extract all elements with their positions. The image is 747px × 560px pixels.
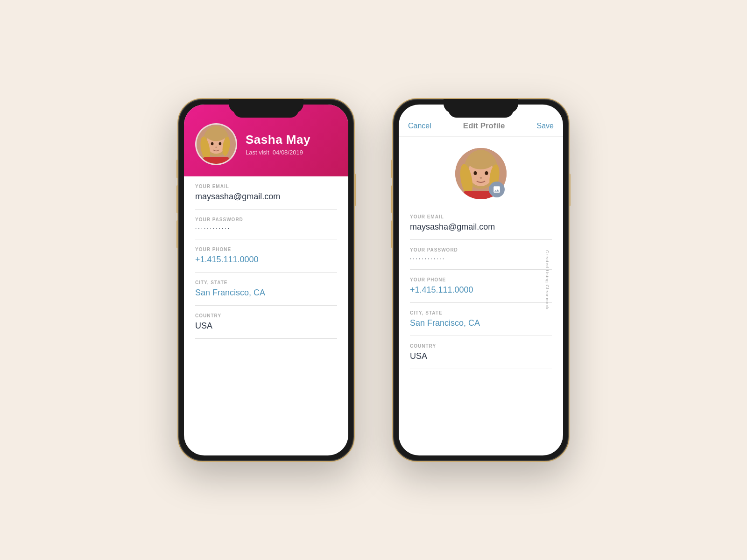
power-button-2 xyxy=(569,174,571,206)
save-button[interactable]: Save xyxy=(537,122,554,130)
avatar xyxy=(195,123,237,165)
edit-password-value[interactable]: ············ xyxy=(410,255,552,262)
cancel-button[interactable]: Cancel xyxy=(408,122,431,130)
phone-2-screen: Cancel Edit Profile Save xyxy=(399,105,563,455)
password-label: YOUR PASSWORD xyxy=(195,217,337,222)
password-field-group: YOUR PASSWORD ············ xyxy=(195,210,337,239)
edit-country-label: COUNTRY xyxy=(410,343,552,349)
edit-country-group: COUNTRY USA xyxy=(410,336,552,369)
edit-password-label: YOUR PASSWORD xyxy=(410,247,552,252)
profile-fields: YOUR EMAIL maysasha@gmail.com YOUR PASSW… xyxy=(184,176,348,339)
edit-password-group: YOUR PASSWORD ············ xyxy=(410,240,552,270)
edit-country-value[interactable]: USA xyxy=(410,351,552,361)
edit-phone-label: YOUR PHONE xyxy=(410,277,552,282)
mute-button-2 xyxy=(391,160,393,178)
email-field-group: YOUR EMAIL maysasha@gmail.com xyxy=(195,176,337,210)
city-value: San Francisco, CA xyxy=(195,288,337,298)
change-photo-button[interactable] xyxy=(489,182,505,197)
svg-point-5 xyxy=(206,127,227,141)
edit-avatar-section xyxy=(399,137,563,207)
vol-up-button-2 xyxy=(391,185,393,213)
city-field-group: CITY, STATE San Francisco, CA xyxy=(195,273,337,306)
svg-point-8 xyxy=(219,142,222,146)
edit-profile-title: Edit Profile xyxy=(463,121,505,131)
watermark: Created Using Cleanmock xyxy=(545,250,550,310)
edit-phone-group: YOUR PHONE +1.415.111.0000 xyxy=(410,270,552,303)
svg-point-17 xyxy=(474,171,477,175)
edit-email-group: YOUR EMAIL maysasha@gmail.com xyxy=(410,207,552,240)
svg-point-15 xyxy=(467,152,494,169)
phone-field-group: YOUR PHONE +1.415.111.0000 xyxy=(195,239,337,273)
phone-2: Cancel Edit Profile Save xyxy=(392,98,570,462)
edit-fields: YOUR EMAIL maysasha@gmail.com YOUR PASSW… xyxy=(399,207,563,369)
phone-value: +1.415.111.0000 xyxy=(195,255,337,265)
edit-phone-value[interactable]: +1.415.111.0000 xyxy=(410,285,552,295)
svg-rect-6 xyxy=(203,157,229,164)
email-label: YOUR EMAIL xyxy=(195,184,337,189)
phone-1-screen: Sasha May Last visit 04/08/2019 YOUR EMA… xyxy=(184,105,348,455)
profile-last-visit: Last visit 04/08/2019 xyxy=(246,149,310,156)
svg-point-7 xyxy=(211,142,214,146)
email-value: maysasha@gmail.com xyxy=(195,192,337,202)
power-button xyxy=(354,174,356,206)
vol-up-button xyxy=(176,185,178,213)
vol-down-button xyxy=(176,220,178,248)
notch-1 xyxy=(233,105,299,118)
edit-city-value[interactable]: San Francisco, CA xyxy=(410,318,552,328)
svg-point-19 xyxy=(480,177,482,179)
country-value: USA xyxy=(195,321,337,331)
edit-email-label: YOUR EMAIL xyxy=(410,214,552,219)
vol-down-button-2 xyxy=(391,220,393,248)
edit-city-group: CITY, STATE San Francisco, CA xyxy=(410,303,552,336)
country-label: COUNTRY xyxy=(195,313,337,318)
svg-point-18 xyxy=(485,171,488,175)
edit-city-label: CITY, STATE xyxy=(410,310,552,315)
profile-info: Sasha May Last visit 04/08/2019 xyxy=(246,133,310,156)
password-value: ············ xyxy=(195,225,337,231)
edit-avatar-wrap[interactable] xyxy=(455,148,507,199)
city-label: CITY, STATE xyxy=(195,280,337,285)
phone-label: YOUR PHONE xyxy=(195,247,337,252)
edit-email-value[interactable]: maysasha@gmail.com xyxy=(410,222,552,232)
phone-1: Sasha May Last visit 04/08/2019 YOUR EMA… xyxy=(177,98,355,462)
svg-point-9 xyxy=(215,147,217,148)
notch-2 xyxy=(448,105,514,118)
country-field-group: COUNTRY USA xyxy=(195,306,337,339)
scene: Sasha May Last visit 04/08/2019 YOUR EMA… xyxy=(177,98,570,462)
profile-name: Sasha May xyxy=(246,133,310,147)
mute-button xyxy=(176,160,178,178)
